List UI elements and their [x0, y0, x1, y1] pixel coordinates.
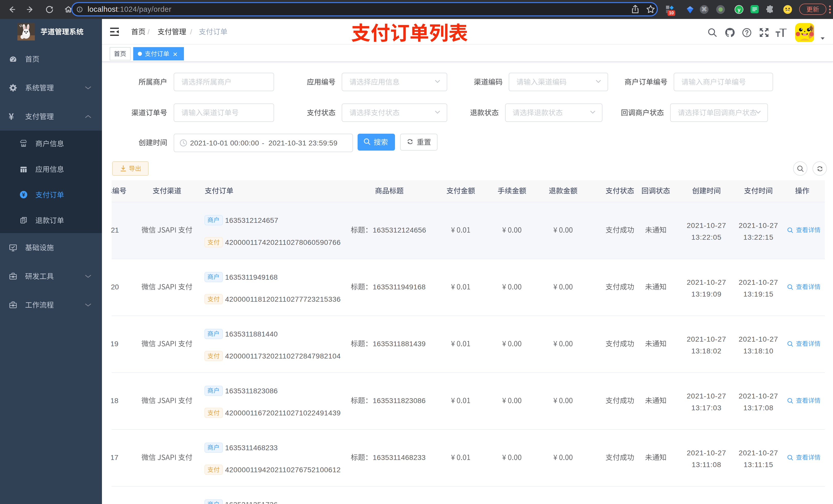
svg-text:⌘: ⌘: [701, 6, 707, 13]
svg-text:y: y: [737, 7, 740, 13]
